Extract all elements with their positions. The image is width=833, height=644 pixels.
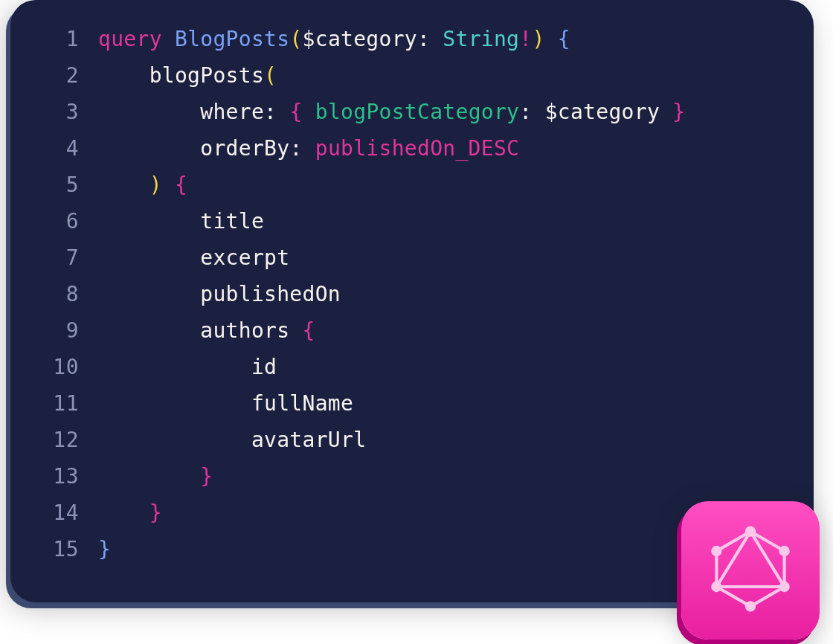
token-paren: ( [289,27,302,51]
token-brace: } [98,537,111,561]
token-field: fullName [251,391,353,416]
code-line: 3 where: { blogPostCategory: $category } [10,94,814,130]
token-field: authors [200,318,289,343]
line-number: 7 [10,239,98,276]
code-line: 2 blogPosts( [10,57,814,94]
code-content: excerpt [98,239,814,276]
token-colon: : [264,100,277,124]
token-colon: : [519,100,532,124]
code-content: fullName [98,385,814,422]
indent [98,209,200,234]
token-paren: ) [149,173,162,197]
token-paren: ) [532,27,544,51]
token-field: blogPosts [149,63,264,88]
line-number: 14 [10,495,98,531]
code-content: blogPosts( [98,57,814,94]
token-type: String [443,27,519,51]
code-line: 8 publishedOn [10,276,814,312]
code-line: 13 } [10,458,814,495]
svg-point-4 [745,526,756,536]
graphql-badge [681,501,820,640]
line-number: 11 [10,385,98,422]
code-content: where: { blogPostCategory: $category } [98,94,814,130]
token-variable: $category [303,27,417,51]
code-content: avatarUrl [98,422,814,458]
code-line: 11 fullName [10,385,814,422]
code-line: 1 query BlogPosts($category: String!) { [10,21,814,57]
indent [98,464,200,489]
token-field: publishedOn [200,282,341,306]
token-variable: $category [545,100,660,124]
token-keyword: query [98,27,162,51]
line-number: 6 [10,203,98,239]
indent [98,282,200,306]
code-content: publishedOn [98,276,814,312]
indent [98,100,200,124]
token-query-name: BlogPosts [175,27,289,51]
code-content: title [98,203,814,239]
code-line: 4 orderBy: publishedOn_DESC [10,130,814,167]
token-field: avatarUrl [251,428,366,452]
token-colon: : [417,27,430,51]
line-number: 13 [10,458,98,495]
indent [98,136,200,161]
token-colon: : [289,136,302,161]
line-number: 3 [10,94,98,130]
line-number: 15 [10,531,98,567]
token-field: excerpt [200,245,289,270]
token-brace: } [672,100,685,124]
code-content: query BlogPosts($category: String!) { [98,21,814,57]
code-content: } [98,458,814,495]
token-arg: orderBy [200,136,289,161]
line-number: 10 [10,349,98,385]
svg-point-5 [779,546,789,556]
token-arg: where [200,100,264,124]
indent [98,500,149,525]
token-brace: { [175,173,187,197]
line-number: 9 [10,312,98,349]
graphql-icon [706,524,795,616]
indent [98,355,251,379]
indent [98,318,200,343]
token-brace: } [200,464,213,489]
code-line: 7 excerpt [10,239,814,276]
token-field: title [200,209,264,234]
indent [98,391,251,416]
svg-point-8 [711,582,721,592]
indent [98,428,251,452]
token-brace: { [289,100,302,124]
token-bang: ! [519,27,532,51]
code-line: 12 avatarUrl [10,422,814,458]
code-content: id [98,349,814,385]
line-number: 12 [10,422,98,458]
token-paren: ( [264,63,277,88]
line-number: 1 [10,21,98,57]
code-content: ) { [98,167,814,203]
indent [98,173,149,197]
token-brace: { [303,318,315,343]
svg-point-7 [745,601,756,611]
token-field: id [251,355,277,379]
line-number: 4 [10,130,98,167]
code-content: orderBy: publishedOn_DESC [98,130,814,167]
code-block: 1 query BlogPosts($category: String!) { … [10,21,814,567]
token-enum: publishedOn_DESC [315,136,520,161]
code-line: 9 authors { [10,312,814,349]
token-brace: { [558,27,570,51]
token-brace: } [149,500,162,525]
svg-point-6 [779,582,789,592]
line-number: 5 [10,167,98,203]
line-number: 8 [10,276,98,312]
code-line: 5 ) { [10,167,814,203]
line-number: 2 [10,57,98,94]
svg-point-9 [711,546,721,556]
indent [98,63,149,88]
code-content: authors { [98,312,814,349]
indent [98,245,200,270]
token-property: blogPostCategory [315,100,520,124]
code-line: 10 id [10,349,814,385]
code-line: 6 title [10,203,814,239]
